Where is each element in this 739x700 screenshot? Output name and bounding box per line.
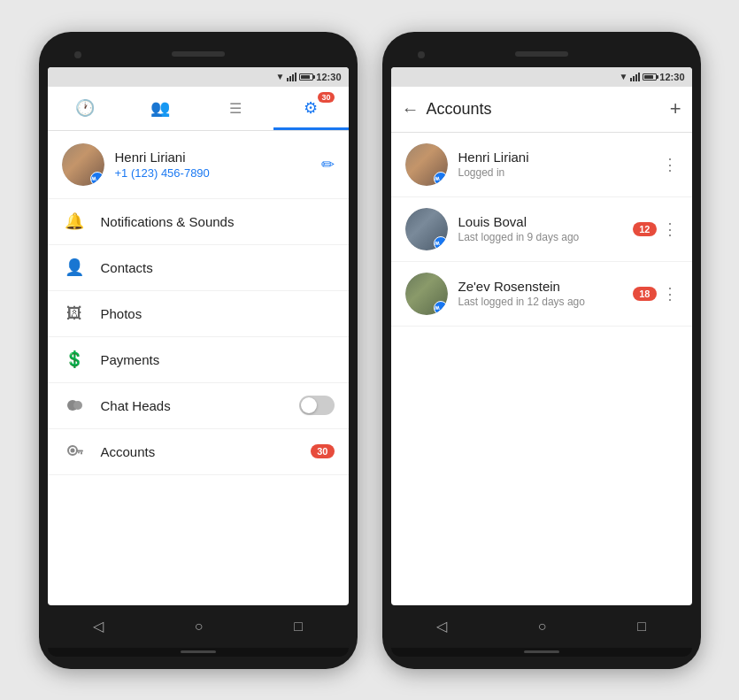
tab-settings[interactable]: ⚙ 30	[273, 87, 349, 130]
home-indicator-left	[181, 650, 216, 653]
chatheads-toggle[interactable]	[299, 396, 335, 415]
nav-bar-left: ◁ ○ □	[48, 605, 349, 648]
menu-photos[interactable]: 🖼 Photos	[48, 291, 349, 337]
more-icon-zeev[interactable]: ⋮	[662, 284, 678, 304]
home-btn-left[interactable]: ○	[195, 619, 204, 635]
signal-bar-r4	[638, 73, 640, 81]
signal-bar-r3	[635, 74, 637, 81]
settings-menu: 🔔 Notifications & Sounds 👤 Contacts 🖼 Ph…	[48, 199, 349, 605]
account-row-zeev[interactable]: ʍ Ze'ev Rosenstein Last logged in 12 day…	[391, 262, 692, 327]
messages-icon: ☰	[229, 100, 242, 117]
menu-contacts[interactable]: 👤 Contacts	[48, 245, 349, 291]
profile-phone: +1 (123) 456-7890	[115, 166, 321, 180]
back-btn-right[interactable]: ◁	[436, 618, 447, 635]
status-bar-left: ▼ 12:30	[48, 67, 349, 87]
back-btn-left[interactable]: ◁	[93, 618, 104, 635]
payments-label: Payments	[101, 352, 335, 367]
back-button-accounts[interactable]: ←	[402, 99, 420, 119]
notifications-label: Notifications & Sounds	[101, 214, 335, 229]
recent-icon: 🕐	[75, 98, 95, 118]
avatar-zeev: ʍ	[405, 273, 448, 315]
photos-icon: 🖼	[62, 301, 87, 326]
accounts-header: ← Accounts +	[391, 87, 692, 133]
contacts-icon: 👥	[150, 98, 170, 118]
account-info-henri: Henri Liriani Logged in	[458, 150, 662, 179]
signal-bar-3	[292, 74, 294, 81]
left-phone-top	[48, 42, 349, 67]
status-bar-right: ▼ 12:30	[391, 67, 692, 87]
battery-fill-left	[301, 75, 310, 79]
tab-recent[interactable]: 🕐	[48, 87, 123, 130]
nav-bar-right: ◁ ○ □	[391, 605, 692, 648]
chatheads-icon	[62, 393, 87, 418]
accounts-badge-container: 30	[311, 444, 334, 458]
menu-payments[interactable]: 💲 Payments	[48, 337, 349, 383]
svg-point-1	[73, 401, 82, 410]
accounts-label: Accounts	[101, 444, 312, 459]
add-account-button[interactable]: +	[670, 97, 681, 120]
account-name-henri: Henri Liriani	[458, 150, 662, 165]
signal-bar-r1	[630, 78, 632, 81]
signal-bar-4	[295, 73, 296, 81]
battery-tip-right	[657, 75, 658, 79]
svg-point-3	[70, 449, 74, 453]
phone-speaker	[172, 51, 225, 57]
front-camera	[74, 51, 81, 58]
time-left: 12:30	[316, 72, 341, 82]
account-right-louis: 12 ⋮	[633, 219, 677, 239]
svg-rect-4	[76, 450, 83, 452]
battery-icon-left	[299, 73, 313, 81]
messenger-badge-henri: ʍ	[434, 172, 448, 186]
signal-icon-left	[287, 73, 296, 81]
account-row-louis[interactable]: ʍ Louis Boval Last logged in 9 days ago …	[391, 197, 692, 262]
status-icons-left: ▼ 12:30	[275, 72, 341, 82]
signal-bar-1	[287, 78, 289, 81]
account-right-zeev: 18 ⋮	[633, 284, 677, 304]
menu-accounts[interactable]: Accounts 30	[48, 429, 349, 475]
accounts-badge: 30	[311, 444, 334, 458]
notifications-icon: 🔔	[62, 209, 87, 234]
phone-speaker-right	[515, 51, 568, 57]
account-badge-zeev: 18	[633, 287, 656, 301]
bottom-bar-right	[391, 648, 692, 657]
accounts-screen-title: Accounts	[427, 100, 670, 119]
recent-btn-right[interactable]: □	[637, 619, 646, 635]
accounts-list: ʍ Henri Liriani Logged in ⋮ ʍ	[391, 133, 692, 605]
profile-name: Henri Liriani	[115, 150, 321, 165]
avatar-louis: ʍ	[405, 208, 448, 250]
chatheads-label: Chat Heads	[101, 398, 299, 413]
battery-icon-right	[643, 73, 657, 81]
account-status-zeev: Last logged in 12 days ago	[458, 296, 634, 308]
signal-icon-right	[630, 73, 640, 81]
messenger-m-louis: ʍ	[435, 240, 440, 247]
settings-icon: ⚙	[304, 98, 318, 118]
tab-messages[interactable]: ☰	[198, 87, 273, 130]
tab-contacts[interactable]: 👥	[123, 87, 198, 130]
avatar-henri: ʍ	[405, 143, 448, 186]
messenger-badge-zeev: ʍ	[434, 301, 448, 315]
battery-fill-right	[644, 75, 653, 79]
signal-bar-r2	[633, 76, 635, 81]
more-icon-henri[interactable]: ⋮	[662, 155, 678, 174]
account-name-louis: Louis Boval	[458, 214, 634, 229]
menu-chatheads[interactable]: Chat Heads	[48, 383, 349, 429]
contacts-menu-icon: 👤	[62, 255, 87, 280]
messenger-m-left: ʍ	[91, 175, 96, 182]
messenger-badge-left: ʍ	[90, 172, 104, 186]
battery-tip-left	[313, 75, 315, 79]
status-icons-right: ▼ 12:30	[619, 72, 684, 82]
left-phone: ▼ 12:30 🕐 👥	[39, 32, 358, 669]
recent-btn-left[interactable]: □	[294, 619, 303, 635]
right-phone-top	[391, 42, 692, 67]
account-row-henri[interactable]: ʍ Henri Liriani Logged in ⋮	[391, 133, 692, 197]
edit-icon[interactable]: ✏	[321, 155, 335, 174]
home-btn-right[interactable]: ○	[538, 619, 547, 635]
profile-row[interactable]: ʍ Henri Liriani +1 (123) 456-7890 ✏	[48, 131, 349, 199]
bottom-bar-left	[48, 648, 349, 657]
account-name-zeev: Ze'ev Rosenstein	[458, 279, 634, 294]
menu-notifications[interactable]: 🔔 Notifications & Sounds	[48, 199, 349, 245]
svg-rect-5	[81, 452, 82, 455]
account-status-henri: Logged in	[458, 166, 662, 179]
more-icon-louis[interactable]: ⋮	[662, 219, 678, 239]
accounts-key-icon	[62, 439, 87, 464]
